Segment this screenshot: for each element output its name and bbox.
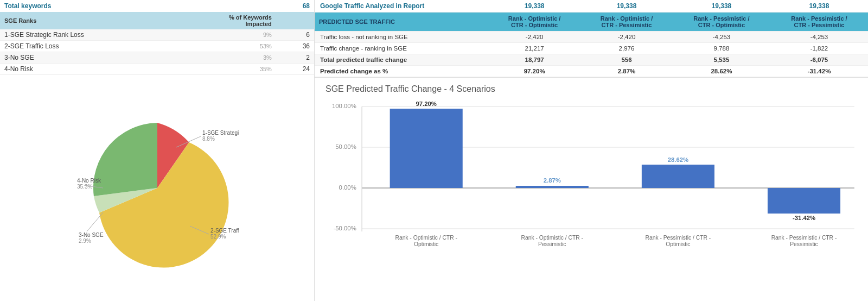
row-v2: 556 [580,54,673,66]
row-v4: -6,075 [770,54,868,66]
x-label-3: Rank - Pessimistic / CTR - [646,235,711,241]
right-top-table-wrapper: Google Traffic Analyzed in Report 19,338… [315,0,868,78]
x-label-1: Rank - Optimistic / CTR - [395,235,457,241]
google-traffic-label: Google Traffic Analyzed in Report [315,0,488,12]
bar-1 [390,109,463,188]
rank-label: 1-SGE Strategic Rank Loss [0,29,211,41]
y-label-50: 50.00% [335,143,356,150]
row-v1: 21,217 [488,43,580,54]
bar-3 [642,165,714,188]
x-label-2: Rank - Optimistic / CTR - [521,235,583,241]
table-row: 1-SGE Strategic Rank Loss 9% 6 [0,29,314,41]
pie-label-2: 2-SGE Traffic L... [210,228,239,234]
row-v2: 2.87% [580,66,673,77]
rank-label: 2-SGE Traffic Loss [0,41,211,52]
y-label-0: 0.00% [339,184,356,191]
col-sge-ranks: SGE Ranks [0,12,211,29]
pie-pct-4: 35.3% [77,184,92,190]
pie-slice-4 [93,123,157,196]
rank-pct: 9% [211,29,276,41]
col-header-row: PREDICTED SGE TRAFFIC Rank - Optimistic … [315,12,868,32]
left-summary-table: Total keywords 68 SGE Ranks % of Keyword… [0,0,314,75]
total-keywords-value: 68 [276,0,314,12]
right-summary-table: Google Traffic Analyzed in Report 19,338… [315,0,868,77]
pie-pct-2: 52.9% [210,234,226,240]
bar-label-1: 97.20% [416,101,437,107]
bar-2 [516,186,589,188]
header-val-2: 19,338 [580,0,673,12]
right-panel: Google Traffic Analyzed in Report 19,338… [315,0,868,301]
row-v4: -31.42% [770,66,868,77]
table-row: Traffic change - ranking in SGE 21,217 2… [315,43,868,54]
total-keywords-label: Total keywords [0,0,211,12]
pie-chart: 1-SGE Strategi... 8.8% 2-SGE Traffic L..… [76,106,239,269]
pie-label-3: 3-No SGE [79,232,104,238]
pie-pct-1: 8.8% [202,136,215,142]
chart-title: SGE Predicted Traffic Change - 4 Scenari… [326,84,857,94]
pie-chart-container: 1-SGE Strategi... 8.8% 2-SGE Traffic L..… [0,75,314,301]
rank-num: 24 [276,64,314,75]
row-v3: 28.62% [673,66,770,77]
table-row: Total predicted traffic change 18,797 55… [315,54,868,66]
y-label-neg50: -50.00% [334,225,356,231]
y-label-100: 100.00% [332,103,356,109]
left-panel: Total keywords 68 SGE Ranks % of Keyword… [0,0,315,301]
row-v2: -2,420 [580,32,673,43]
bar-label-2: 2.87% [544,177,561,184]
google-traffic-header-row: Google Traffic Analyzed in Report 19,338… [315,0,868,12]
rank-label: 4-No Risk [0,64,211,75]
rank-pct: 35% [211,64,276,75]
x-label-1b: Optimistic [414,241,438,247]
bar-4 [768,188,840,214]
bar-label-3: 28.62% [668,156,689,163]
row-v1: 97.20% [488,66,580,77]
row-v3: 5,535 [673,54,770,66]
row-label: Traffic loss - not ranking in SGE [315,32,488,43]
col-predicted-sge: PREDICTED SGE TRAFFIC [315,12,488,32]
header-val-3: 19,338 [673,0,770,12]
rank-num: 6 [276,29,314,41]
col-rank-opt-ctr-pes: Rank - Optimistic /CTR - Pessimistic [580,12,673,32]
bar-chart-svg: 100.00% 50.00% 0.00% -50.00% 97.20% 2.87… [326,98,857,256]
pie-label-1: 1-SGE Strategi... [202,130,239,136]
row-label: Predicted change as % [315,66,488,77]
row-v1: -2,420 [488,32,580,43]
table-row: 4-No Risk 35% 24 [0,64,314,75]
row-label: Traffic change - ranking in SGE [315,43,488,54]
x-label-2b: Pessimistic [538,241,566,247]
pie-label-line-3 [87,212,103,231]
sge-ranks-header: SGE Ranks % of Keywords Impacted [0,12,314,29]
pie-label-4: 4-No Risk [77,178,101,184]
col-rank-pes-ctr-opt: Rank - Pessimistic /CTR - Optimistic [673,12,770,32]
table-row: Traffic loss - not ranking in SGE -2,420… [315,32,868,43]
table-row: Predicted change as % 97.20% 2.87% 28.62… [315,66,868,77]
x-label-4b: Pessimistic [790,241,818,247]
row-v3: -4,253 [673,32,770,43]
x-label-4: Rank - Pessimistic / CTR - [771,235,837,241]
header-val-1: 19,338 [488,0,580,12]
total-keywords-row: Total keywords 68 [0,0,314,12]
rank-label: 3-No SGE [0,52,211,64]
rank-pct: 3% [211,52,276,64]
rank-num: 36 [276,41,314,52]
pie-pct-3: 2.9% [79,238,91,244]
row-label: Total predicted traffic change [315,54,488,66]
col-rank-pes-ctr-pes: Rank - Pessimistic /CTR - Pessimistic [770,12,868,32]
bar-label-4: -31.42% [793,215,815,221]
col-pct-header: % of Keywords Impacted [211,12,276,29]
row-v4: -4,253 [770,32,868,43]
rank-num: 2 [276,52,314,64]
row-v4: -1,822 [770,43,868,54]
row-v2: 2,976 [580,43,673,54]
bar-chart-container: SGE Predicted Traffic Change - 4 Scenari… [315,78,868,301]
x-label-3b: Optimistic [666,241,690,247]
row-v3: 9,788 [673,43,770,54]
col-rank-opt-ctr-opt: Rank - Optimistic /CTR - Optimistic [488,12,580,32]
header-val-4: 19,338 [770,0,868,12]
table-row: 3-No SGE 3% 2 [0,52,314,64]
table-row: 2-SGE Traffic Loss 53% 36 [0,41,314,52]
rank-pct: 53% [211,41,276,52]
row-v1: 18,797 [488,54,580,66]
